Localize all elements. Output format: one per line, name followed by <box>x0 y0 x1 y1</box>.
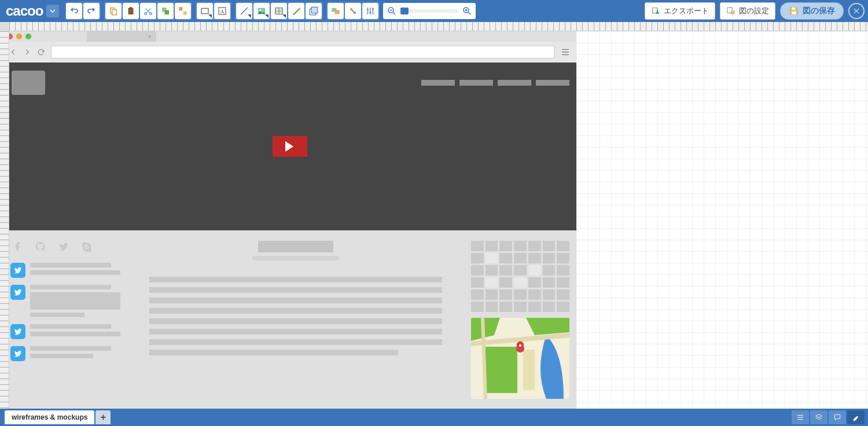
settings-icon <box>726 6 735 16</box>
add-sheet-button[interactable]: + <box>95 410 111 424</box>
wireframe-hero <box>9 63 576 230</box>
zoom-out-button[interactable] <box>385 5 398 17</box>
image-tool[interactable] <box>253 3 270 19</box>
wireframe-play-button <box>273 136 307 157</box>
svg-rect-9 <box>183 12 187 15</box>
workspace: × <box>0 22 868 409</box>
close-button[interactable] <box>848 3 865 19</box>
copy-button[interactable] <box>105 3 122 19</box>
app-logo: cacoo <box>3 3 61 19</box>
wireframe-nav <box>421 80 569 86</box>
wireframe-body <box>9 230 576 409</box>
shape-tool[interactable] <box>197 3 213 19</box>
sheet-tab-label: wireframes & mockups <box>12 413 87 421</box>
group-button[interactable] <box>157 3 174 19</box>
zoom-slider[interactable] <box>400 9 458 13</box>
svg-rect-44 <box>523 350 535 390</box>
wireframe-browser-mockup[interactable]: × <box>9 31 576 409</box>
wireframe-browser-tab: × <box>87 31 156 42</box>
app-toolbar: cacoo A エクスポート <box>0 0 868 22</box>
wireframe-tweet <box>10 324 120 339</box>
freehand-tool[interactable] <box>288 3 304 19</box>
traffic-light-minimize <box>16 34 22 39</box>
svg-rect-21 <box>312 7 318 13</box>
reload-icon <box>37 48 45 56</box>
svg-point-27 <box>370 12 372 13</box>
horizontal-ruler[interactable] <box>9 22 868 31</box>
menu-icon <box>560 47 571 57</box>
svg-rect-2 <box>128 8 134 14</box>
twitter-badge-icon <box>10 346 25 361</box>
svg-rect-7 <box>165 10 170 15</box>
redo-button[interactable] <box>83 3 100 19</box>
panel-list-button[interactable] <box>792 410 809 424</box>
sheet-tabs-bar: wireframes & mockups + <box>0 409 868 426</box>
twitter-badge-icon <box>10 285 25 300</box>
svg-rect-8 <box>179 7 183 10</box>
logo-dropdown[interactable] <box>46 5 59 17</box>
sheet-tab-active[interactable]: wireframes & mockups <box>5 410 94 424</box>
svg-rect-23 <box>335 10 340 14</box>
export-button[interactable]: エクスポート <box>645 2 715 20</box>
svg-text:A: A <box>220 9 225 14</box>
save-button[interactable]: 図の保存 <box>780 2 844 20</box>
text-tool[interactable]: A <box>214 3 230 19</box>
svg-rect-3 <box>130 7 133 9</box>
tab-close-icon: × <box>148 33 152 40</box>
svg-rect-43 <box>486 347 517 393</box>
panel-layers-button[interactable] <box>810 410 827 424</box>
settings-tool[interactable] <box>362 3 378 19</box>
wireframe-nav-item <box>498 80 531 86</box>
svg-point-28 <box>372 8 374 10</box>
wireframe-subheading-placeholder <box>252 256 339 260</box>
stencil-tool[interactable] <box>306 3 322 19</box>
wireframe-logo-placeholder <box>12 71 45 95</box>
traffic-light-zoom <box>25 34 31 39</box>
traffic-light-close <box>9 34 13 39</box>
svg-rect-1 <box>112 10 117 15</box>
svg-point-39 <box>732 12 733 13</box>
twitter-badge-icon <box>10 263 25 278</box>
forward-icon <box>23 48 31 56</box>
export-label: エクスポート <box>664 6 709 16</box>
settings-label: 図の設定 <box>739 6 769 16</box>
ungroup-button[interactable] <box>175 3 191 19</box>
wireframe-right-column <box>471 241 569 399</box>
paste-button[interactable] <box>123 3 139 19</box>
skype-icon <box>81 241 93 252</box>
facebook-icon <box>12 241 23 252</box>
export-icon <box>651 6 660 16</box>
svg-rect-40 <box>792 8 795 10</box>
line-tool[interactable] <box>236 3 252 19</box>
wireframe-url-input <box>51 46 554 58</box>
twitter-icon <box>58 241 69 252</box>
wireframe-nav-item <box>536 80 569 86</box>
wireframe-tweet <box>10 263 120 278</box>
wireframe-tweet <box>10 346 120 361</box>
back-icon <box>9 48 17 56</box>
cut-button[interactable] <box>140 3 156 19</box>
panel-chat-button[interactable] <box>829 410 846 424</box>
zoom-in-button[interactable] <box>461 5 473 17</box>
vertical-ruler[interactable] <box>0 31 9 409</box>
wireframe-url-bar <box>9 42 576 63</box>
svg-point-26 <box>367 9 369 10</box>
insert-image-button[interactable] <box>328 3 344 19</box>
wireframe-social-row <box>10 241 120 252</box>
svg-rect-10 <box>201 9 208 14</box>
svg-line-30 <box>393 12 396 14</box>
wireframe-paragraph-placeholder <box>149 277 442 355</box>
close-icon <box>852 7 860 15</box>
wireframe-nav-item <box>421 80 455 86</box>
canvas[interactable]: × <box>9 31 868 409</box>
table-tool[interactable] <box>271 3 287 19</box>
svg-rect-41 <box>792 12 796 14</box>
svg-point-45 <box>519 344 521 347</box>
logo-text: cacoo <box>6 3 43 19</box>
panel-style-button[interactable] <box>847 410 865 424</box>
wireframe-center-column <box>138 241 454 399</box>
link-tool[interactable] <box>345 3 361 19</box>
zoom-control <box>383 3 476 19</box>
undo-button[interactable] <box>66 3 82 19</box>
diagram-settings-button[interactable]: 図の設定 <box>720 2 775 20</box>
